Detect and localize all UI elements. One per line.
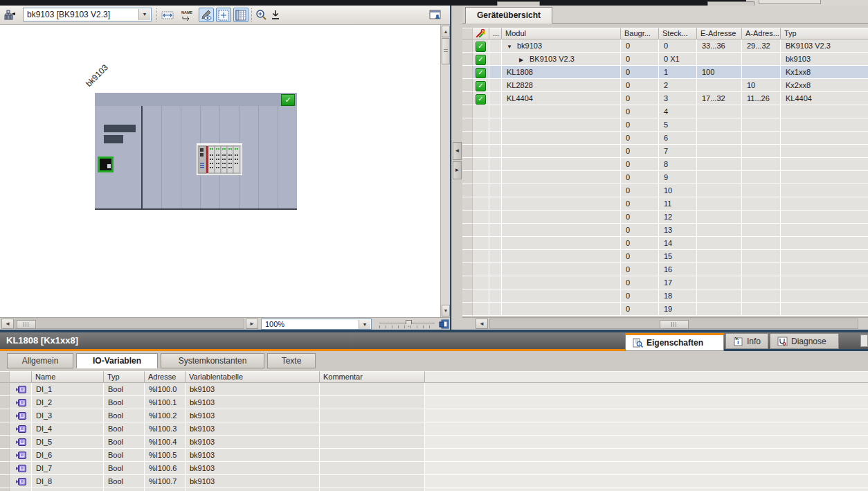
overview-row[interactable]: ✓KL180801100Kx1xx8 <box>462 66 868 79</box>
dropdown-arrow-icon[interactable]: ▼ <box>359 320 370 329</box>
edit-mode-icon[interactable] <box>199 8 214 22</box>
fit-to-view-icon[interactable] <box>437 319 450 330</box>
collapse-left-icon[interactable]: ◄ <box>453 142 462 160</box>
overview-row[interactable]: 08 <box>462 158 868 171</box>
tab-geraeteuebersicht[interactable]: Geräteübersicht <box>465 7 552 24</box>
canvas-vertical-scrollbar[interactable]: ▲ ▼ <box>440 25 450 317</box>
io-variable-row[interactable]: DI_7Bool%I100.6bk9103 <box>0 462 868 475</box>
modul-cell[interactable] <box>502 263 621 276</box>
grid-select-icon[interactable] <box>216 8 231 22</box>
overview-row[interactable]: 016 <box>462 263 868 276</box>
header-typ[interactable]: Typ <box>781 28 868 39</box>
modul-cell[interactable] <box>502 118 621 132</box>
header-dots[interactable]: ... <box>489 28 502 39</box>
overview-row[interactable]: 04 <box>462 105 868 118</box>
bus-coupler-image[interactable] <box>197 143 242 175</box>
modul-cell[interactable]: KL1808 <box>502 66 621 79</box>
overview-row[interactable]: 019 <box>462 303 868 316</box>
modul-cell[interactable] <box>502 158 621 171</box>
device-selector-dropdown[interactable]: bk9103 [BK9103 V2.3] ▼ <box>23 8 152 21</box>
ethernet-port-icon[interactable] <box>98 157 114 172</box>
scroll-left-icon[interactable]: ◄ <box>476 319 488 329</box>
zoom-level-dropdown[interactable]: 100% ▼ <box>261 319 372 330</box>
header-kommentar[interactable]: Kommentar <box>320 371 425 383</box>
io-variable-row[interactable] <box>0 488 868 491</box>
scroll-right-icon[interactable]: ► <box>246 319 258 329</box>
overview-row[interactable]: 09 <box>462 171 868 184</box>
overview-row[interactable]: ✓KL28280210Kx2xx8 <box>462 79 868 92</box>
header-typ[interactable]: Typ <box>104 371 145 383</box>
modul-cell[interactable] <box>502 145 621 158</box>
pane-splitter[interactable]: ◄ ► <box>451 6 463 330</box>
scroll-down-icon[interactable]: ▼ <box>442 305 450 316</box>
overview-row[interactable]: 011 <box>462 197 868 211</box>
overview-row[interactable]: ✓▼bk91030033...3629...32BK9103 V2.3 <box>462 39 868 53</box>
header-a-adresse[interactable]: A-Adres... <box>742 28 781 39</box>
modul-cell[interactable] <box>502 197 621 211</box>
name-cell[interactable]: DI_6 <box>32 449 104 462</box>
io-variable-row[interactable]: DI_3Bool%I100.2bk9103 <box>0 409 868 422</box>
pane-tab-eigenschaften[interactable]: Eigenschaften <box>625 333 724 351</box>
modul-cell[interactable] <box>502 211 621 224</box>
header-baugruppe[interactable]: Baugr... <box>621 28 659 39</box>
canvas-horizontal-scrollbar[interactable] <box>15 319 244 329</box>
modul-cell[interactable] <box>502 303 621 316</box>
measure-width-icon[interactable] <box>160 8 175 22</box>
modul-cell[interactable] <box>502 237 621 250</box>
overview-row[interactable]: 06 <box>462 132 868 145</box>
collapse-right-icon[interactable]: ► <box>453 161 462 179</box>
modul-cell[interactable] <box>502 289 621 303</box>
name-cell[interactable]: DI_8 <box>32 475 104 488</box>
name-cell[interactable] <box>32 488 104 491</box>
overview-row[interactable]: 013 <box>462 224 868 237</box>
io-variable-row[interactable]: DI_5Bool%I100.4bk9103 <box>0 436 868 449</box>
overview-row[interactable]: 018 <box>462 289 868 303</box>
modul-cell[interactable] <box>502 171 621 184</box>
header-modul[interactable]: Modul <box>502 28 621 39</box>
device-canvas[interactable]: bk9103 ✓ <box>0 25 440 317</box>
modul-cell[interactable] <box>502 184 621 197</box>
tab-io-variablen[interactable]: IO-Variablen <box>76 353 158 368</box>
io-variable-row[interactable]: DI_6Bool%I100.5bk9103 <box>0 449 868 462</box>
zoom-in-icon[interactable] <box>253 8 269 22</box>
scroll-up-icon[interactable]: ▲ <box>442 26 450 37</box>
modul-cell[interactable]: ▶BK9103 V2.3 <box>502 53 621 66</box>
overview-row[interactable]: 014 <box>462 237 868 250</box>
overview-row[interactable]: 07 <box>462 145 868 158</box>
modul-cell[interactable] <box>502 132 621 145</box>
save-layout-icon[interactable] <box>268 8 283 22</box>
name-cell[interactable]: DI_7 <box>32 462 104 475</box>
show-names-icon[interactable]: NAME <box>179 8 194 22</box>
tab-allgemein[interactable]: Allgemein <box>7 353 73 368</box>
modul-cell[interactable] <box>502 250 621 263</box>
name-cell[interactable]: DI_5 <box>32 436 104 449</box>
overview-row[interactable]: ✓▶BK9103 V2.300 X1bk9103 <box>462 53 868 66</box>
modul-cell[interactable]: ▼bk9103 <box>502 39 621 53</box>
network-view-icon[interactable] <box>2 8 17 22</box>
vertical-scroll-thumb[interactable] <box>442 38 450 64</box>
overview-row[interactable]: 017 <box>462 276 868 289</box>
header-variablentabelle[interactable]: Variablentabelle <box>186 371 320 383</box>
name-cell[interactable]: DI_3 <box>32 409 104 422</box>
header-steckplatz[interactable]: Steck... <box>659 28 697 39</box>
pane-tab-info[interactable]: iInfo <box>725 333 768 349</box>
modul-cell[interactable] <box>502 105 621 118</box>
name-cell[interactable]: DI_2 <box>32 396 104 409</box>
overview-horizontal-scrollbar[interactable] <box>489 319 858 329</box>
tab-texte[interactable]: Texte <box>267 353 316 368</box>
expander-open-icon[interactable]: ▼ <box>507 41 517 53</box>
name-cell[interactable]: DI_1 <box>32 383 104 396</box>
overview-row[interactable]: 05 <box>462 118 868 132</box>
scroll-left-icon[interactable]: ◄ <box>1 319 14 329</box>
io-variable-row[interactable]: DI_2Bool%I100.1bk9103 <box>0 396 868 409</box>
tab-systemkonstanten[interactable]: Systemkonstanten <box>161 353 264 368</box>
pane-tab-diagnose[interactable]: Diagnose <box>770 333 839 349</box>
expander-closed-icon[interactable]: ▶ <box>519 54 530 66</box>
io-variable-row[interactable]: DI_1Bool%I100.0bk9103 <box>0 383 868 396</box>
dropdown-arrow-icon[interactable]: ▼ <box>138 9 150 20</box>
name-cell[interactable]: DI_4 <box>32 422 104 436</box>
overview-row[interactable]: 012 <box>462 211 868 224</box>
header-e-adresse[interactable]: E-Adresse <box>697 28 742 39</box>
io-variable-row[interactable]: DI_4Bool%I100.3bk9103 <box>0 422 868 436</box>
zoom-slider[interactable] <box>379 320 435 328</box>
